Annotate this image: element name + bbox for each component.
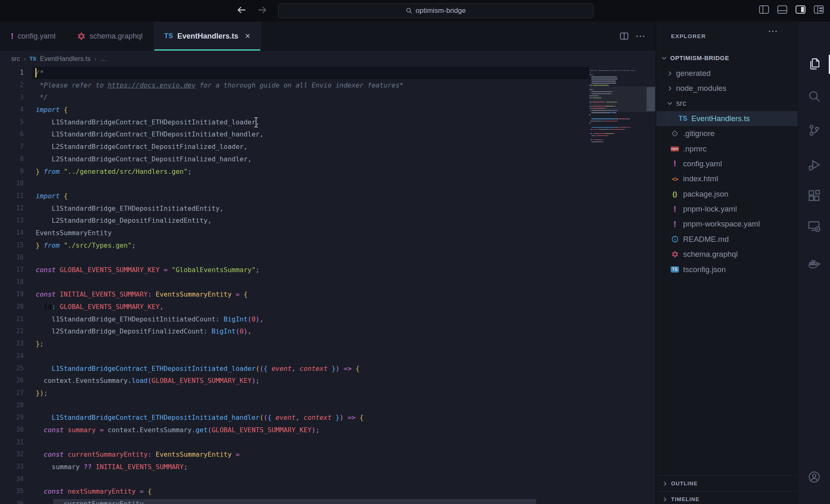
command-center-search[interactable]: optimism-bridge [278,3,593,18]
tree-item-readme-md[interactable]: README.md [656,232,798,247]
line-number[interactable]: 9 [0,166,24,178]
line-number[interactable]: 10 [0,178,24,190]
minimap-slider[interactable] [589,86,656,112]
code-line[interactable]: 23}; [0,338,656,350]
code-line[interactable]: 15} from "./src/Types.gen"; [0,239,656,252]
breadcrumb-file[interactable]: EventHandlers.ts [40,55,90,63]
breadcrumb-src[interactable]: src [11,55,20,63]
split-editor-icon[interactable] [620,32,629,40]
code-line[interactable]: 18 [0,276,656,289]
line-number[interactable]: 31 [0,436,24,449]
line-number[interactable]: 4 [0,104,24,116]
line-number[interactable]: 16 [0,251,24,264]
code-line[interactable]: 8 L2StandardBridgeContract_DepositFinali… [0,153,656,166]
code-line[interactable]: 27}); [0,387,656,399]
toggle-sidebar-right-icon[interactable] [795,5,806,14]
code-line[interactable]: 7 L2StandardBridgeContract_DepositFinali… [0,141,656,153]
tree-item-eventhandlers-ts[interactable]: TSEventHandlers.ts [656,111,798,126]
breadcrumb-symbol[interactable]: … [100,55,107,63]
code-line[interactable]: 9} from "../generated/src/Handlers.gen"; [0,166,656,178]
code-line[interactable]: 6 L1StandardBridgeContract_ETHDepositIni… [0,128,656,141]
line-number[interactable]: 26 [0,375,24,387]
code-line[interactable]: 4import { [0,104,656,116]
line-number[interactable]: 35 [0,485,24,498]
line-number[interactable]: 2 [0,79,24,92]
tab-schema-graphql[interactable]: schema.graphql [66,22,154,51]
line-number[interactable]: 3 [0,91,24,104]
tree-item-pnpm-lock-yaml[interactable]: !pnpm-lock.yaml [656,202,798,217]
minimap[interactable] [589,67,647,504]
code-line[interactable]: 13 L2StandardBridge_DepositFinalizedEnti… [0,214,656,227]
code-line[interactable]: 10 [0,178,656,190]
line-number[interactable]: 23 [0,338,24,350]
tree-item--npmrc[interactable]: npm.npmrc [656,141,798,156]
code-line[interactable]: 32 const currentSummaryEntity: EventsSum… [0,448,656,461]
code-line[interactable]: 24 [0,350,656,363]
remote-explorer-icon[interactable] [808,220,820,232]
tree-item--gitignore[interactable]: .gitignore [656,126,798,141]
customize-layout-icon[interactable] [813,5,824,14]
line-number[interactable]: 17 [0,264,24,276]
tree-item-index-html[interactable]: <>index.html [656,171,798,186]
explorer-icon[interactable] [808,58,820,70]
line-number[interactable]: 25 [0,363,24,375]
toggle-panel-left-icon[interactable] [759,5,769,14]
tab-config-yaml[interactable]: ! config.yaml [0,22,66,51]
line-number[interactable]: 30 [0,424,24,436]
code-line[interactable]: 11import { [0,190,656,202]
code-line[interactable]: 28 [0,399,656,412]
tree-item-tsconfig-json[interactable]: TStsconfig.json [656,262,798,277]
code-line[interactable]: 17const GLOBAL_EVENTS_SUMMARY_KEY = "Glo… [0,264,656,276]
run-debug-icon[interactable] [808,158,820,171]
line-number[interactable]: 12 [0,202,24,215]
line-number[interactable]: 14 [0,227,24,239]
line-number[interactable]: 15 [0,239,24,252]
views-and-more-actions-icon[interactable]: ⋯ [768,29,778,33]
horizontal-scrollbar[interactable] [53,499,536,504]
close-icon[interactable]: × [245,31,250,41]
code-line[interactable]: 19const INITIAL_EVENTS_SUMMARY: EventsSu… [0,288,656,301]
docker-icon[interactable] [808,257,820,270]
breadcrumb[interactable]: src › TS EventHandlers.ts › … [0,51,656,67]
tree-item-pnpm-workspace-yaml[interactable]: !pnpm-workspace.yaml [656,217,798,231]
line-number[interactable]: 13 [0,214,24,227]
line-number[interactable]: 29 [0,411,24,424]
code-line[interactable]: 2 *Please refer to https://docs.envio.de… [0,79,656,92]
code-line[interactable]: 20 id: GLOBAL_EVENTS_SUMMARY_KEY, [0,301,656,313]
tree-item-schema-graphql[interactable]: schema.graphql [656,247,798,262]
section-outline[interactable]: OUTLINE [656,475,798,491]
tree-item-package-json[interactable]: {}package.json [656,187,798,202]
line-number[interactable]: 34 [0,473,24,486]
tree-item-src[interactable]: src [656,96,798,111]
code-line[interactable]: 1/* [0,67,656,79]
code-line[interactable]: 22 l2StandardBridge_DepositFinalizedCoun… [0,325,656,338]
line-number[interactable]: 5 [0,116,24,129]
tree-item-node-modules[interactable]: node_modules [656,81,798,96]
code-line[interactable]: 33 summary ?? INITIAL_EVENTS_SUMMARY; [0,461,656,473]
code-line[interactable]: 25 L1StandardBridgeContract_ETHDepositIn… [0,363,656,375]
code-line[interactable]: 35 const nextSummaryEntity = { [0,485,656,498]
line-number[interactable]: 1 [0,67,24,79]
line-number[interactable]: 11 [0,190,24,202]
code-editor[interactable]: 1/*2 *Please refer to https://docs.envio… [0,67,656,504]
history-back-icon[interactable] [236,4,247,16]
account-icon[interactable] [808,471,820,483]
section-timeline[interactable]: TIMELINE [656,491,798,504]
code-line[interactable]: 30 const summary = context.EventsSummary… [0,424,656,436]
code-line[interactable]: 16 [0,251,656,264]
line-number[interactable]: 21 [0,313,24,326]
line-number[interactable]: 6 [0,128,24,141]
code-line[interactable]: 29 L1StandardBridgeContract_ETHDepositIn… [0,411,656,424]
vertical-scrollbar[interactable] [647,87,655,111]
tab-eventhandlers-ts[interactable]: TS EventHandlers.ts × [154,22,261,51]
extensions-icon[interactable] [808,190,820,202]
code-line[interactable]: 34 [0,473,656,486]
line-number[interactable]: 22 [0,325,24,338]
tree-item-generated[interactable]: generated [656,66,798,80]
code-line[interactable]: 3 */ [0,91,656,104]
line-number[interactable]: 33 [0,461,24,473]
line-number[interactable]: 20 [0,301,24,313]
line-number[interactable]: 19 [0,288,24,301]
tree-item-config-yaml[interactable]: !config.yaml [656,156,798,171]
line-number[interactable]: 28 [0,399,24,412]
